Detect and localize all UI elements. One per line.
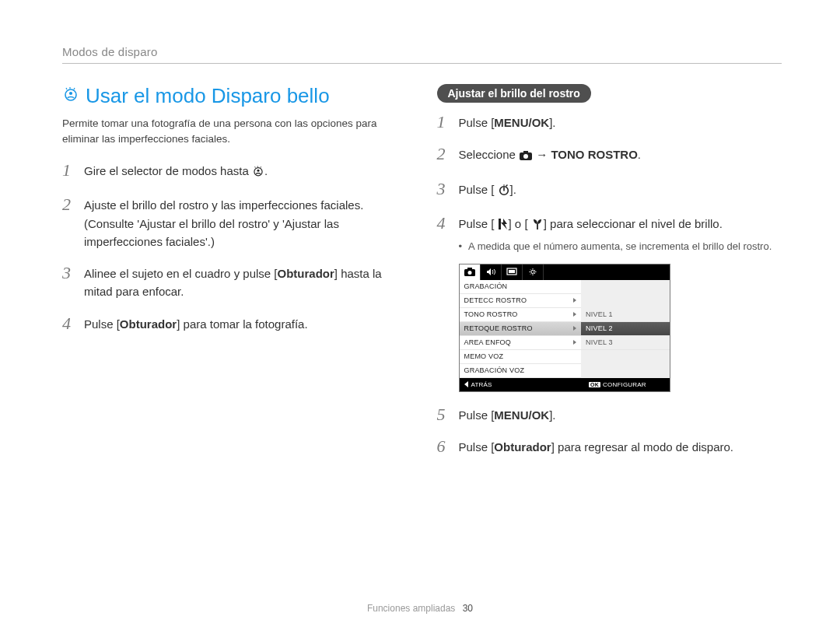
left-steps: 1 Gire el selector de modos hasta . 2 Aj… bbox=[62, 162, 408, 333]
submenu-arrow-icon bbox=[573, 340, 576, 345]
step-1: 1 Gire el selector de modos hasta . bbox=[62, 162, 408, 182]
r-step-4: 4 Pulse [ ] o [ ] para seleccionar el ni… bbox=[437, 215, 782, 235]
svg-point-14 bbox=[531, 271, 534, 274]
tab-camera-icon bbox=[460, 264, 481, 280]
mock-menu: GRABACIÓNDETECC ROSTROTONO ROSTRORETOQUE… bbox=[460, 280, 582, 378]
mock-menu-row: GRABACIÓN bbox=[460, 280, 582, 294]
step-text: Seleccione → TONO ROSTRO. bbox=[459, 145, 641, 166]
back-triangle-icon bbox=[464, 381, 468, 387]
mock-menu-row: RETOQUE ROSTRO bbox=[460, 322, 582, 336]
svg-rect-8 bbox=[499, 219, 501, 229]
mock-sub-row: NIVEL 1 bbox=[581, 308, 669, 322]
right-steps-top: 1 Pulse [MENU/OK]. 2 Seleccione → TONO R… bbox=[437, 114, 782, 235]
mock-body: GRABACIÓNDETECC ROSTROTONO ROSTRORETOQUE… bbox=[460, 280, 670, 378]
step-text: Gire el selector de modos hasta . bbox=[84, 162, 268, 182]
bullet-dot: • bbox=[459, 240, 463, 254]
mock-footer: ATRÁS OKCONFIGURAR bbox=[460, 378, 670, 391]
mock-menu-row: DETECC ROSTRO bbox=[460, 294, 582, 308]
mock-confirm: OKCONFIGURAR bbox=[586, 381, 669, 388]
svg-point-6 bbox=[523, 154, 528, 159]
note-bullet: • A medida que el número aumenta, se inc… bbox=[459, 240, 782, 254]
step-text: Pulse [MENU/OK]. bbox=[459, 114, 556, 131]
step-text: Ajuste el brillo del rostro y las imperf… bbox=[84, 196, 408, 250]
footer-section: Funciones ampliadas bbox=[367, 603, 455, 614]
page-footer: Funciones ampliadas 30 bbox=[0, 603, 840, 614]
two-column-layout: Usar el modo Disparo bello Permite tomar… bbox=[62, 84, 782, 470]
mock-tabs bbox=[460, 264, 670, 280]
camera-icon bbox=[519, 148, 533, 166]
step-text: Pulse [ ] o [ ] para seleccionar el nive… bbox=[459, 215, 723, 235]
mock-menu-row: MEMO VOZ bbox=[460, 350, 582, 364]
left-column: Usar el modo Disparo bello Permite tomar… bbox=[62, 84, 408, 470]
step-number: 3 bbox=[62, 264, 75, 282]
svg-rect-5 bbox=[523, 151, 528, 153]
mock-menu-row: GRABACIÓN VOZ bbox=[460, 364, 582, 378]
mock-sub-row: NIVEL 2 bbox=[581, 322, 669, 336]
flash-icon bbox=[498, 217, 509, 235]
tab-settings-icon bbox=[523, 264, 544, 280]
mock-sub-row: NIVEL 3 bbox=[581, 336, 669, 350]
beauty-dial-icon bbox=[252, 164, 264, 182]
submenu-arrow-icon bbox=[573, 312, 576, 317]
step-number: 2 bbox=[437, 145, 450, 163]
macro-icon bbox=[531, 217, 544, 235]
r-step-5: 5 Pulse [MENU/OK]. bbox=[437, 406, 782, 424]
step-number: 1 bbox=[437, 114, 450, 131]
step-4: 4 Pulse [Obturador] para tomar la fotogr… bbox=[62, 315, 408, 333]
svg-point-3 bbox=[257, 170, 259, 172]
step-number: 3 bbox=[437, 180, 450, 198]
page-title: Usar el modo Disparo bello bbox=[62, 84, 408, 108]
step-number: 6 bbox=[437, 438, 450, 455]
r-step-6: 6 Pulse [Obturador] para regresar al mod… bbox=[437, 438, 782, 456]
timer-icon bbox=[498, 183, 510, 201]
title-text: Usar el modo Disparo bello bbox=[86, 84, 330, 108]
divider bbox=[62, 63, 782, 64]
r-step-3: 3 Pulse [ ]. bbox=[437, 180, 782, 201]
intro-text: Permite tomar una fotografía de una pers… bbox=[62, 116, 397, 146]
breadcrumb: Modos de disparo bbox=[62, 45, 782, 58]
svg-rect-13 bbox=[509, 270, 515, 273]
mock-submenu: NIVEL 1NIVEL 2NIVEL 3 bbox=[581, 280, 669, 378]
step-text: Pulse [Obturador] para regresar al modo … bbox=[459, 438, 734, 456]
camera-menu-mockup: GRABACIÓNDETECC ROSTROTONO ROSTRORETOQUE… bbox=[459, 264, 670, 392]
page-number: 30 bbox=[463, 603, 473, 614]
note-text: A medida que el número aumenta, se incre… bbox=[468, 240, 772, 254]
step-number: 2 bbox=[62, 196, 75, 213]
mock-menu-row: TONO ROSTRO bbox=[460, 308, 582, 322]
step-number: 5 bbox=[437, 406, 450, 423]
step-text: Pulse [MENU/OK]. bbox=[459, 406, 556, 424]
r-step-1: 1 Pulse [MENU/OK]. bbox=[437, 114, 782, 131]
svg-point-1 bbox=[69, 92, 72, 95]
right-steps-bottom: 5 Pulse [MENU/OK]. 6 Pulse [Obturador] p… bbox=[437, 406, 782, 457]
step-text: Pulse [Obturador] para tomar la fotograf… bbox=[84, 315, 308, 333]
mock-back: ATRÁS bbox=[460, 381, 586, 388]
submenu-arrow-icon bbox=[573, 326, 576, 331]
svg-rect-10 bbox=[467, 268, 472, 270]
tab-display-icon bbox=[502, 264, 523, 280]
step-3: 3 Alinee el sujeto en el cuadro y pulse … bbox=[62, 264, 408, 301]
step-number: 1 bbox=[62, 162, 75, 179]
submenu-arrow-icon bbox=[573, 298, 576, 303]
r-step-2: 2 Seleccione → TONO ROSTRO. bbox=[437, 145, 782, 166]
svg-point-11 bbox=[467, 271, 471, 275]
mock-menu-row: AREA ENFOQ bbox=[460, 336, 582, 350]
subsection-pill: Ajustar el brillo del rostro bbox=[437, 84, 591, 103]
ok-box-icon: OK bbox=[589, 382, 600, 387]
step-text: Alinee el sujeto en el cuadro y pulse [O… bbox=[84, 264, 408, 301]
right-column: Ajustar el brillo del rostro 1 Pulse [ME… bbox=[437, 84, 782, 470]
tab-sound-icon bbox=[481, 264, 502, 280]
step-text: Pulse [ ]. bbox=[459, 180, 516, 201]
beauty-mode-icon bbox=[62, 84, 79, 108]
step-number: 4 bbox=[62, 315, 75, 332]
manual-page: Modos de disparo Usar el modo Disparo be… bbox=[0, 0, 840, 634]
step-2: 2 Ajuste el brillo del rostro y las impe… bbox=[62, 196, 408, 250]
step-number: 4 bbox=[437, 215, 450, 232]
